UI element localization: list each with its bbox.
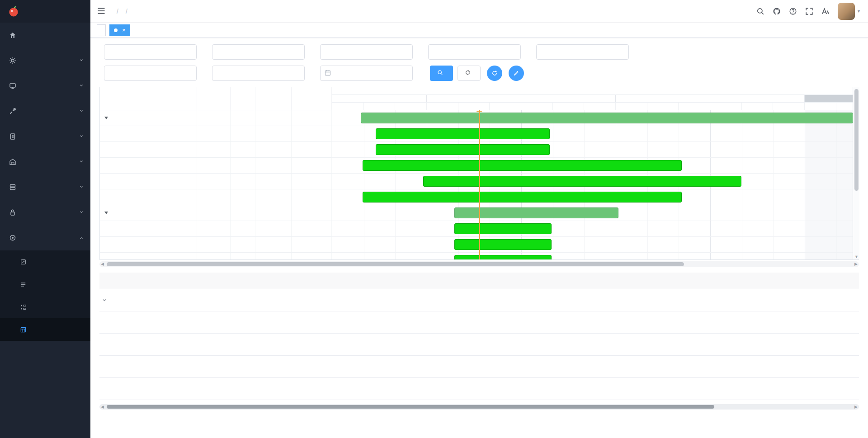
gantt-grid-cell-start	[255, 110, 292, 126]
search-icon[interactable]	[756, 7, 764, 15]
sidebar-subitem-3[interactable]	[0, 318, 90, 341]
workorder-table	[99, 273, 859, 400]
table-row[interactable]	[99, 289, 859, 311]
search-button[interactable]	[430, 66, 453, 81]
edit-button[interactable]	[509, 66, 524, 81]
user-menu[interactable]: ▾	[838, 3, 860, 20]
filter-input-4[interactable]	[536, 44, 629, 60]
sidebar-subitem-1[interactable]	[0, 273, 90, 296]
table-header-cell[interactable]	[660, 273, 710, 289]
sidebar-item-0[interactable]	[0, 23, 90, 48]
table-row[interactable]	[99, 355, 859, 377]
table-cell	[366, 333, 432, 355]
sidebar-subitem-0[interactable]	[0, 250, 90, 273]
sidebar-item-5[interactable]	[0, 149, 90, 174]
gantt-horizontal-scrollbar[interactable]: ◀ ▶	[99, 261, 859, 267]
gantt-task-bar[interactable]	[376, 128, 550, 139]
table-row[interactable]	[99, 311, 859, 333]
sidebar-item-6[interactable]	[0, 174, 90, 200]
table-header-cell[interactable]	[583, 273, 628, 289]
row-expand-icon[interactable]	[101, 297, 108, 303]
help-icon[interactable]	[789, 7, 797, 15]
scrollbar-thumb[interactable]	[107, 262, 684, 266]
table-header-cell[interactable]	[802, 273, 839, 289]
scroll-down-arrow[interactable]: ▼	[853, 254, 860, 259]
gantt-grid-row[interactable]	[100, 110, 332, 126]
scroll-right-arrow[interactable]: ▶	[854, 404, 858, 410]
reset-button[interactable]	[458, 66, 481, 81]
filter-input-r2-1[interactable]	[212, 66, 305, 81]
table-horizontal-scrollbar[interactable]: ◀ ▶	[99, 404, 859, 410]
chevron-down-icon	[79, 209, 84, 216]
scrollbar-thumb[interactable]	[854, 89, 859, 191]
table-header-cell[interactable]	[506, 273, 556, 289]
refresh-button[interactable]	[487, 66, 502, 81]
table-header-cell[interactable]	[366, 273, 432, 289]
fullscreen-icon[interactable]	[805, 7, 813, 15]
scroll-right-arrow[interactable]: ▶	[854, 261, 858, 267]
tab-close-icon[interactable]: ×	[122, 27, 126, 33]
gantt-task-bar[interactable]	[454, 223, 552, 234]
table-header-cell[interactable]	[99, 273, 185, 289]
tab-0[interactable]	[97, 24, 106, 36]
table-header-cell[interactable]	[432, 273, 506, 289]
gantt-task-bar[interactable]	[376, 144, 550, 155]
filter-input-2[interactable]	[320, 44, 413, 60]
gantt-grid-row[interactable]	[100, 189, 332, 205]
gantt-grid-row[interactable]	[100, 126, 332, 142]
table-header-cell[interactable]	[710, 273, 760, 289]
sidebar-item-4[interactable]	[0, 124, 90, 149]
table-header-cell[interactable]	[264, 273, 310, 289]
table-row[interactable]	[99, 377, 859, 400]
gantt-grid-row[interactable]	[100, 142, 332, 158]
sidebar-item-3[interactable]	[0, 99, 90, 124]
sidebar-toggle-button[interactable]	[97, 6, 107, 16]
filter-input-r2-0[interactable]	[104, 66, 197, 81]
gantt-grid-row[interactable]	[100, 174, 332, 189]
gantt-task-bar[interactable]	[363, 160, 682, 171]
sidebar-subitem-2[interactable]	[0, 296, 90, 318]
demand-date-input[interactable]	[320, 66, 413, 81]
sidebar-item-2[interactable]	[0, 73, 90, 99]
table-header-cell[interactable]	[185, 273, 264, 289]
table-cell	[556, 333, 583, 355]
sidebar-item-1[interactable]	[0, 48, 90, 73]
gantt-task-bar[interactable]	[454, 239, 552, 250]
filter-input-1[interactable]	[212, 44, 305, 60]
app-logo[interactable]	[0, 0, 90, 23]
gantt-vertical-scrollbar[interactable]: ▼	[853, 87, 859, 259]
gantt-grid-row[interactable]	[100, 221, 332, 237]
avatar[interactable]	[838, 3, 855, 20]
table-header-cell[interactable]	[760, 273, 802, 289]
table-row[interactable]	[99, 333, 859, 355]
gantt-task-bar[interactable]	[454, 255, 552, 259]
table-header-cell[interactable]	[556, 273, 583, 289]
gantt-grid-row[interactable]	[100, 237, 332, 253]
gantt-chart-row	[332, 253, 853, 259]
tab-1[interactable]: ×	[109, 24, 130, 36]
gantt-grid-row[interactable]	[100, 158, 332, 174]
gantt-task-bar[interactable]	[423, 176, 741, 187]
scrollbar-thumb[interactable]	[107, 405, 714, 409]
scroll-left-arrow[interactable]: ◀	[101, 261, 104, 267]
gantt-hour-label	[773, 103, 805, 110]
gantt-task-bar[interactable]	[363, 192, 682, 203]
gantt-workorder-bar[interactable]	[361, 113, 853, 123]
scroll-left-arrow[interactable]: ◀	[101, 404, 104, 410]
gantt-grid-row[interactable]	[100, 253, 332, 259]
gantt-workorder-bar[interactable]	[454, 207, 619, 218]
filter-input-0[interactable]	[104, 44, 197, 60]
font-size-icon[interactable]	[821, 7, 830, 15]
tree-expand-icon[interactable]	[104, 212, 108, 214]
gantt-grid-row[interactable]	[100, 205, 332, 221]
table-header-cell[interactable]	[628, 273, 660, 289]
refresh-icon	[491, 70, 498, 76]
table-header-cell[interactable]	[310, 273, 366, 289]
sidebar-item-8[interactable]	[0, 225, 90, 250]
tree-expand-icon[interactable]	[104, 117, 108, 119]
table-header-cell[interactable]	[839, 273, 859, 289]
github-icon[interactable]	[773, 7, 781, 15]
sidebar-item-7[interactable]	[0, 200, 90, 225]
filter-input-3[interactable]	[428, 44, 521, 60]
gantt-grid-cell-start	[255, 142, 292, 157]
